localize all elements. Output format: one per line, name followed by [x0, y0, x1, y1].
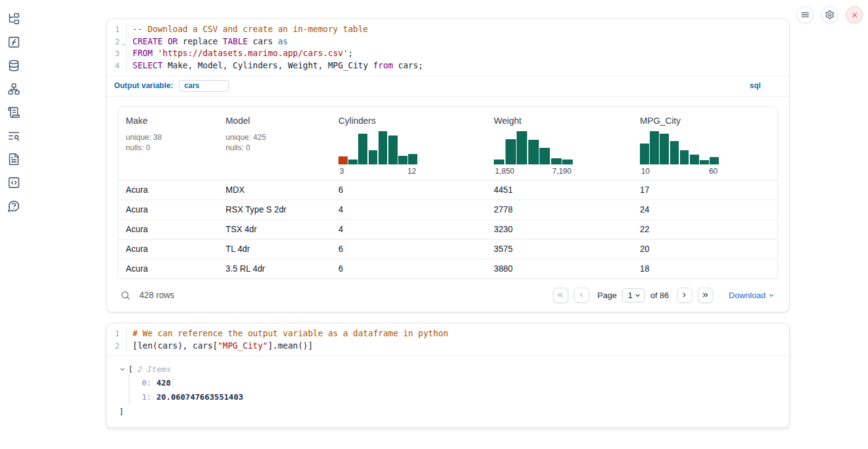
histogram-bar	[710, 157, 719, 164]
table-row: AcuraRSX Type S 2dr4277824	[118, 200, 777, 219]
histogram-bar	[494, 160, 504, 164]
code-token: FROM	[133, 48, 153, 58]
column-name[interactable]: Cylinders	[338, 116, 479, 126]
file-tree-panel-button[interactable]	[6, 11, 21, 26]
sql-code-line[interactable]: 3FROM 'https://datasets.marimo.app/cars.…	[107, 47, 789, 60]
histogram-bar	[551, 158, 562, 164]
dependency-graph-icon	[7, 83, 20, 95]
table-cell: 3880	[486, 259, 633, 278]
menu-icon	[800, 10, 810, 20]
data-table: Makeunique: 38nulls: 0Modelunique: 425nu…	[118, 107, 778, 279]
sql-code-line[interactable]: 4SELECT Make, Model, Cylinders, Weight, …	[107, 60, 789, 72]
previous-page-button[interactable]	[574, 288, 589, 303]
logs-panel-button[interactable]	[6, 105, 21, 119]
next-page-button[interactable]	[677, 288, 692, 303]
dependency-graph-panel-button[interactable]	[6, 81, 21, 96]
column-header-mpg_city: MPG_City1060	[633, 112, 777, 180]
first-page-button[interactable]	[553, 288, 568, 303]
snippets-panel-button[interactable]	[6, 175, 21, 190]
table-cell: 17	[633, 180, 777, 200]
histogram-bar	[506, 139, 516, 164]
column-name[interactable]: Make	[126, 116, 211, 126]
pagination: Page 1 of 86 Download	[553, 288, 776, 303]
table-cell: 2778	[486, 200, 633, 219]
documentation-panel-button[interactable]	[6, 152, 21, 166]
code-content: -- Download a CSV and create an in-memor…	[126, 23, 789, 36]
language-badge: sql	[750, 81, 761, 90]
code-token: TABLE	[223, 36, 248, 46]
code-token: cars;	[393, 60, 424, 70]
python-code-editor[interactable]: 1# We can reference the output variable …	[107, 323, 789, 356]
column-header-weight: Weight1,8507,190	[486, 112, 633, 180]
help-panel-button[interactable]	[6, 198, 21, 213]
table-cell: Acura	[118, 220, 218, 239]
histogram-bar	[358, 134, 367, 164]
table-row: AcuraTL 4dr6357520	[118, 239, 777, 259]
sql-code-line[interactable]: 1-- Download a CSV and create an in-memo…	[107, 23, 789, 36]
histogram-bar	[539, 148, 550, 164]
line-number: 3	[107, 47, 126, 60]
code-token: "MPG_City"	[218, 341, 268, 350]
column-histogram[interactable]	[338, 130, 417, 164]
gear-icon	[825, 10, 835, 20]
python-code-line[interactable]: 1# We can reference the output variable …	[107, 328, 789, 340]
histogram-bar	[562, 160, 573, 164]
histogram-bar	[670, 141, 679, 164]
sql-code-editor[interactable]: 1-- Download a CSV and create an in-memo…	[107, 19, 789, 76]
chevrons-right-icon	[701, 291, 710, 299]
histogram-bar	[650, 131, 659, 164]
outline-search-panel-button[interactable]	[6, 128, 21, 143]
table-search-button[interactable]	[120, 290, 131, 301]
code-token: -- Download a CSV and create an in-memor…	[133, 24, 368, 34]
code-token: [len(cars), cars[	[133, 341, 218, 350]
chevron-down-icon	[768, 291, 776, 299]
column-header-model: Modelunique: 425nulls: 0	[218, 112, 331, 180]
variables-icon	[7, 36, 20, 49]
chevron-right-icon	[680, 291, 689, 299]
menu-button[interactable]	[796, 6, 814, 23]
close-bracket: ]	[118, 407, 778, 416]
line-number: 2	[107, 340, 126, 352]
axis-label-max: 60	[709, 167, 718, 176]
download-label: Download	[729, 291, 766, 300]
output-variable-input[interactable]	[179, 80, 229, 92]
histogram-bar	[700, 160, 709, 164]
histogram-bar	[528, 140, 539, 164]
histogram-bar	[369, 150, 378, 164]
column-name[interactable]: Model	[226, 116, 324, 126]
shutdown-button[interactable]	[846, 6, 863, 23]
close-icon	[850, 10, 859, 20]
python-code-line[interactable]: 2[len(cars), cars["MPG_City"].mean()]	[107, 340, 789, 352]
code-token: ;	[348, 48, 353, 58]
sql-code-line[interactable]: 2CREATE OR replace TABLE cars as	[107, 36, 789, 48]
download-button[interactable]: Download	[729, 291, 776, 300]
histogram-bar	[398, 156, 407, 164]
histogram-bar	[338, 156, 348, 164]
column-histogram[interactable]	[494, 130, 573, 164]
axis-label-min: 3	[340, 167, 344, 176]
chevron-left-icon	[577, 291, 586, 299]
table-body: AcuraMDX6445117AcuraRSX Type S 2dr427782…	[118, 180, 777, 278]
variables-panel-button[interactable]	[6, 34, 21, 49]
table-cell: 3575	[486, 240, 633, 259]
column-name[interactable]: MPG_City	[640, 116, 770, 126]
documentation-icon	[7, 153, 20, 166]
sql-result: Makeunique: 38nulls: 0Modelunique: 425nu…	[107, 97, 789, 312]
histogram-bar	[640, 144, 649, 164]
histogram-bar	[348, 160, 358, 164]
collapse-toggle[interactable]	[119, 366, 126, 373]
column-histogram[interactable]	[640, 130, 719, 164]
last-page-button[interactable]	[698, 288, 713, 303]
snippets-icon	[7, 176, 20, 189]
table-cell: Acura	[118, 180, 218, 200]
table-cell: 20	[633, 240, 777, 259]
line-number-text: 2	[115, 37, 120, 46]
column-name[interactable]: Weight	[494, 116, 625, 126]
page-select[interactable]: 1	[622, 288, 645, 302]
datasources-panel-button[interactable]	[6, 58, 21, 73]
settings-button[interactable]	[821, 6, 838, 23]
table-cell: MDX	[218, 180, 331, 200]
table-cell: 22	[633, 220, 777, 239]
table-row: Acura3.5 RL 4dr6388018	[118, 259, 777, 278]
output-list-header: [ 2 Items	[118, 365, 778, 374]
